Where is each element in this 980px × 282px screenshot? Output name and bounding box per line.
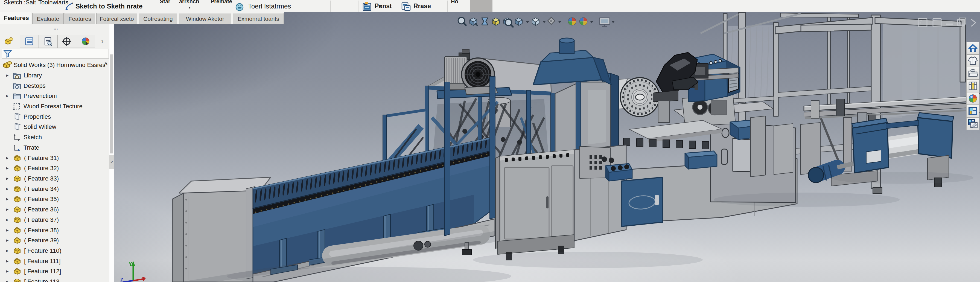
svg-text:Z: Z bbox=[120, 277, 123, 282]
svg-text:Y: Y bbox=[129, 261, 132, 267]
